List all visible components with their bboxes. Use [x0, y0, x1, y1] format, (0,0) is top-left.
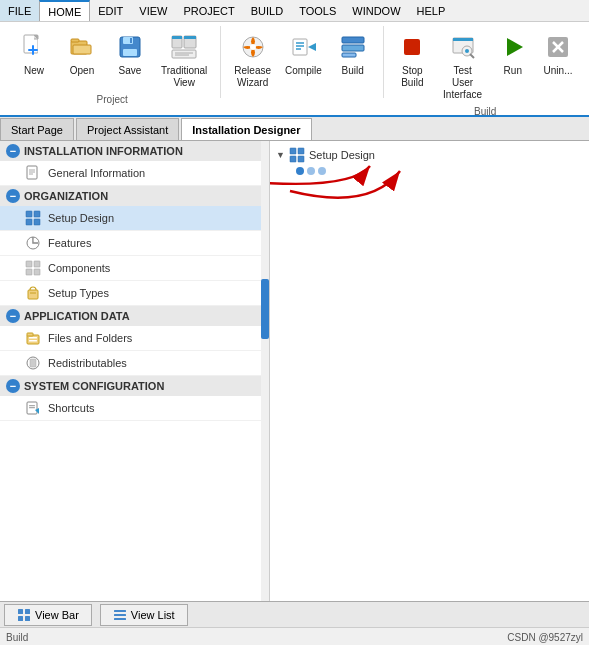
section-organization[interactable]: − ORGANIZATION [0, 186, 269, 206]
menu-project[interactable]: PROJECT [175, 0, 242, 21]
redistributables-icon [24, 355, 42, 371]
menu-file[interactable]: FILE [0, 0, 39, 21]
svg-rect-63 [29, 407, 35, 408]
open-button[interactable]: Open [60, 26, 104, 80]
status-bar: Build CSDN @9527zyl [0, 627, 589, 645]
build-button[interactable]: Build [331, 26, 375, 80]
nav-features[interactable]: Features [0, 231, 269, 256]
setup-types-icon [24, 285, 42, 301]
svg-rect-13 [172, 36, 182, 39]
svg-rect-4 [32, 45, 34, 55]
svg-rect-31 [453, 38, 473, 41]
svg-rect-75 [114, 618, 126, 620]
compile-label: Compile [285, 65, 322, 77]
main-area: − INSTALLATION INFORMATION General Infor… [0, 141, 589, 601]
section-system-config[interactable]: − SYSTEM CONFIGURATION [0, 376, 269, 396]
setup-design-icon [24, 210, 42, 226]
installation-info-label: INSTALLATION INFORMATION [24, 145, 183, 157]
scroll-indicator[interactable] [261, 141, 269, 601]
collapse-organization-icon[interactable]: − [6, 189, 20, 203]
compile-button[interactable]: Compile [280, 26, 327, 80]
ribbon-group-run: Stop Build Test User Interface [384, 26, 587, 98]
svg-point-34 [465, 49, 469, 53]
svg-rect-69 [18, 609, 23, 614]
svg-rect-48 [26, 261, 32, 267]
section-installation-info[interactable]: − INSTALLATION INFORMATION [0, 141, 269, 161]
menu-tools[interactable]: TOOLS [291, 0, 344, 21]
tab-bar: Start Page Project Assistant Installatio… [0, 117, 589, 141]
tab-project-assistant[interactable]: Project Assistant [76, 118, 179, 140]
project-buttons: New Open [12, 26, 212, 92]
svg-rect-67 [298, 156, 304, 162]
nav-redistributables[interactable]: Redistributables [0, 351, 269, 376]
general-info-icon [24, 165, 42, 181]
view-list-label: View List [131, 609, 175, 621]
svg-rect-26 [342, 37, 364, 43]
ribbon: New Open [0, 22, 589, 117]
tree-root[interactable]: ▼ Setup Design [276, 147, 583, 163]
tree-expand-icon: ▼ [276, 150, 285, 160]
svg-rect-29 [404, 39, 420, 55]
svg-marker-35 [507, 38, 523, 56]
general-info-label: General Information [48, 167, 145, 179]
menu-home[interactable]: HOME [39, 0, 90, 21]
collapse-installation-info-icon[interactable]: − [6, 144, 20, 158]
nav-general-info[interactable]: General Information [0, 161, 269, 186]
menu-help[interactable]: HELP [409, 0, 454, 21]
svg-rect-2 [38, 39, 39, 53]
collapse-sys-config-icon[interactable]: − [6, 379, 20, 393]
svg-rect-43 [26, 211, 32, 217]
traditional-view-icon [168, 31, 200, 63]
save-button[interactable]: Save [108, 26, 152, 80]
new-label: New [24, 65, 44, 77]
status-right: CSDN @9527zyl [507, 632, 583, 643]
run-icon [497, 31, 529, 63]
build-icon [337, 31, 369, 63]
application-data-label: APPLICATION DATA [24, 310, 130, 322]
section-application-data[interactable]: − APPLICATION DATA [0, 306, 269, 326]
menu-edit[interactable]: EDIT [90, 0, 131, 21]
open-label: Open [70, 65, 94, 77]
traditional-view-button[interactable]: Traditional View [156, 26, 212, 92]
release-wizard-label: Release Wizard [234, 65, 271, 89]
svg-rect-52 [28, 290, 38, 299]
run-button[interactable]: Run [492, 26, 533, 80]
menu-view[interactable]: VIEW [131, 0, 175, 21]
left-panel-scroll[interactable]: − INSTALLATION INFORMATION General Infor… [0, 141, 269, 601]
nav-setup-types[interactable]: Setup Types [0, 281, 269, 306]
release-wizard-button[interactable]: Release Wizard [229, 26, 276, 92]
stop-build-icon [396, 31, 428, 63]
nav-shortcuts[interactable]: Shortcuts [0, 396, 269, 421]
menu-build[interactable]: BUILD [243, 0, 291, 21]
tree-root-label: Setup Design [309, 149, 375, 161]
build-buttons: Release Wizard Compile [229, 26, 374, 94]
new-button[interactable]: New [12, 26, 56, 80]
svg-rect-62 [29, 405, 35, 406]
view-bar-label: View Bar [35, 609, 79, 621]
features-label: Features [48, 237, 91, 249]
nav-components[interactable]: Components [0, 256, 269, 281]
svg-rect-46 [34, 219, 40, 225]
uninstall-button[interactable]: Unin... [537, 26, 578, 80]
save-label: Save [119, 65, 142, 77]
test-ui-button[interactable]: Test User Interface [437, 26, 488, 104]
tab-start-page[interactable]: Start Page [0, 118, 74, 140]
open-icon [66, 31, 98, 63]
nav-files-folders[interactable]: Files and Folders [0, 326, 269, 351]
view-list-button[interactable]: View List [100, 604, 188, 626]
svg-rect-11 [123, 49, 137, 56]
svg-rect-59 [30, 359, 36, 367]
nav-setup-design[interactable]: Setup Design [0, 206, 269, 231]
svg-rect-55 [27, 333, 33, 336]
group-project-label: Project [97, 92, 128, 107]
tab-installation-designer[interactable]: Installation Designer [181, 118, 311, 140]
menu-window[interactable]: WINDOW [344, 0, 408, 21]
svg-rect-71 [18, 616, 23, 621]
svg-rect-66 [290, 156, 296, 162]
tree-children [296, 167, 583, 175]
collapse-app-data-icon[interactable]: − [6, 309, 20, 323]
stop-build-button[interactable]: Stop Build [392, 26, 433, 92]
setup-types-label: Setup Types [48, 287, 109, 299]
release-wizard-icon [237, 31, 269, 63]
view-bar-button[interactable]: View Bar [4, 604, 92, 626]
